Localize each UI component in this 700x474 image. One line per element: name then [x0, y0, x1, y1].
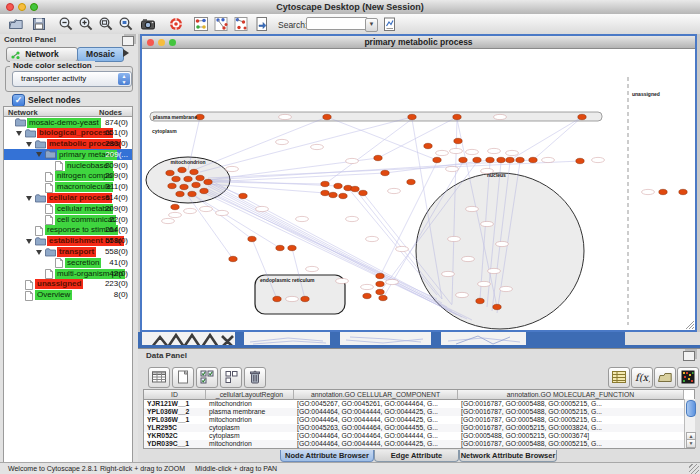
- new-attribute-icon[interactable]: [172, 367, 194, 388]
- tree-row-transport[interactable]: transport558(0): [4, 247, 132, 258]
- table-cell[interactable]: [GO:0016787, GO:0005488, GO:0005215, G..…: [458, 400, 684, 408]
- table-row[interactable]: YJR121W__1mitochondrion[GO:0045267, GO:0…: [144, 400, 694, 408]
- attribute-sheet-icon[interactable]: [148, 367, 170, 388]
- tree-row-establishment-of-lo[interactable]: establishment of lo558(0): [4, 236, 132, 247]
- column-header[interactable]: annotation.GO MOLECULAR_FUNCTION: [458, 390, 684, 400]
- tree-row-cellular-process[interactable]: cellular process614(0): [4, 193, 132, 204]
- zoom-selected-icon[interactable]: [118, 16, 136, 33]
- table-cell[interactable]: YKR052C: [144, 432, 206, 440]
- table-cell[interactable]: [GO:0016787, GO:0005488, GO:0005215, G..…: [458, 440, 684, 448]
- save-session-icon[interactable]: [31, 16, 49, 33]
- table-cell[interactable]: mitochondrion: [206, 440, 294, 448]
- layout-b-icon[interactable]: [233, 16, 251, 33]
- unselect-attributes-icon[interactable]: [220, 367, 242, 388]
- expand-arrow-icon[interactable]: [16, 131, 22, 136]
- expand-arrow-icon[interactable]: [36, 250, 42, 255]
- vizmapper-icon[interactable]: [193, 16, 211, 33]
- network-view-canvas[interactable]: plasma membranecytoplasmmitochondrionnuc…: [142, 49, 695, 330]
- tab-scroll-right-icon[interactable]: [123, 49, 129, 57]
- column-header[interactable]: annotation.GO CELLULAR_COMPONENT: [294, 390, 458, 400]
- filter-doc-icon[interactable]: [382, 16, 400, 33]
- search-input[interactable]: [306, 17, 368, 30]
- tree-item-label[interactable]: biological_process: [37, 128, 113, 138]
- tab-node-attribute-browser[interactable]: Node Attribute Browser: [280, 450, 374, 462]
- tree-item-label[interactable]: cell communicat: [55, 215, 116, 225]
- expand-arrow-icon[interactable]: [36, 152, 42, 157]
- function-builder-icon[interactable]: f(x): [631, 367, 653, 388]
- table-cell[interactable]: [GO:0016787, GO:0005488, GO:0005215, G..…: [458, 416, 684, 424]
- zoom-out-icon[interactable]: [58, 16, 76, 33]
- node-color-dropdown[interactable]: transporter activity ▲▼: [12, 71, 132, 87]
- table-cell[interactable]: [GO:0045263, GO:0044464, GO:0044455, G..…: [294, 424, 458, 432]
- help-icon[interactable]: [168, 16, 186, 33]
- table-cell[interactable]: [GO:0044464, GO:0044444, GO:0044425, G..…: [294, 408, 458, 416]
- network-view-titlebar[interactable]: primary metabolic process: [142, 36, 695, 49]
- tree-row-biological-process[interactable]: biological_process651(0): [4, 128, 132, 139]
- tree-item-label[interactable]: mosaic-demo-yeast: [27, 118, 101, 128]
- network-view-frame[interactable]: primary metabolic process plasma membran…: [140, 34, 697, 332]
- table-cell[interactable]: [GO:0016787, GO:0005488, GO:0005215, G..…: [458, 408, 684, 416]
- network-tree[interactable]: mosaic-demo-yeast874(0)biological_proces…: [3, 117, 133, 474]
- scrollbar-thumb[interactable]: [686, 400, 696, 417]
- table-cell[interactable]: [GO:0044464, GO:0044444, GO:0044425, G..…: [294, 440, 458, 448]
- table-cell[interactable]: mitochondrion: [206, 416, 294, 424]
- tree-item-label[interactable]: transport: [57, 247, 96, 257]
- resize-grip[interactable]: [689, 464, 699, 474]
- tab-edge-attribute-browser[interactable]: Edge Attribute Browser: [374, 450, 459, 462]
- tree-item-label[interactable]: secretion: [65, 258, 101, 268]
- table-cell[interactable]: cytoplasm: [206, 432, 294, 440]
- zoom-fit-icon[interactable]: [98, 16, 116, 33]
- table-cell[interactable]: [GO:0044464, GO:0044464, GO:0044444, G..…: [294, 432, 458, 440]
- table-scrollbar[interactable]: ▲ ▼: [684, 399, 695, 448]
- tree-col-nodes[interactable]: Nodes: [95, 106, 133, 117]
- column-header[interactable]: _cellularLayoutRegion: [206, 390, 294, 400]
- table-cell[interactable]: YDR039C__1: [144, 440, 206, 448]
- matrix-icon[interactable]: [677, 367, 699, 388]
- expand-arrow-icon[interactable]: [26, 142, 32, 147]
- tree-row-nucleobase-[interactable]: nucleobase-209(0): [4, 160, 132, 171]
- tree-item-label[interactable]: Overview: [35, 290, 72, 300]
- tree-row-nitrogen-compo[interactable]: nitrogen compo209(0): [4, 171, 132, 182]
- zoom-in-icon[interactable]: [78, 16, 96, 33]
- tree-col-network[interactable]: Network: [3, 106, 96, 117]
- table-cell[interactable]: [GO:0045267, GO:0045261, GO:0044464, G..…: [294, 400, 458, 408]
- tree-row-response-to-stimulu[interactable]: response to stimulu264(0): [4, 225, 132, 236]
- column-header[interactable]: ID: [144, 390, 206, 400]
- tree-row-cell-communicat[interactable]: cell communicat22(0): [4, 214, 132, 225]
- tree-row-unassigned[interactable]: unassigned223(0): [4, 279, 132, 290]
- table-cell[interactable]: [GO:0016787, GO:0005215, GO:0003824, G..…: [458, 424, 684, 432]
- tab-network-attribute-browser[interactable]: Network Attribute Browser: [459, 450, 557, 462]
- tree-row-secretion[interactable]: secretion41(0): [4, 257, 132, 268]
- table-cell[interactable]: mitochondrion: [206, 400, 294, 408]
- table-cell[interactable]: YPL036W__1: [144, 416, 206, 424]
- table-row[interactable]: YLR295Ccytoplasm[GO:0045263, GO:0044464,…: [144, 424, 694, 432]
- expand-arrow-icon[interactable]: [26, 239, 32, 244]
- import-attributes-icon[interactable]: [654, 367, 676, 388]
- tree-row-macromolecule[interactable]: macromolecule311(0): [4, 182, 132, 193]
- float-data-panel-icon[interactable]: [683, 351, 695, 361]
- attribute-table-icon[interactable]: [608, 367, 630, 388]
- table-cell[interactable]: cytoplasm: [206, 424, 294, 432]
- snapshot-icon[interactable]: [140, 16, 158, 33]
- delete-attribute-icon[interactable]: [244, 367, 266, 388]
- tree-item-label[interactable]: cellular process: [47, 193, 112, 203]
- scroll-down-icon[interactable]: ▼: [686, 439, 696, 448]
- tree-row-mosaic-demo-yeast[interactable]: mosaic-demo-yeast874(0): [4, 117, 132, 128]
- search-dropdown-icon[interactable]: ▼: [365, 18, 378, 32]
- tree-item-label[interactable]: unassigned: [35, 279, 83, 289]
- layout-a-icon[interactable]: [213, 16, 231, 33]
- float-panel-icon[interactable]: [122, 36, 134, 46]
- table-row[interactable]: YKR052Ccytoplasm[GO:0044464, GO:0044464,…: [144, 432, 694, 440]
- table-cell[interactable]: YJR121W__1: [144, 400, 206, 408]
- open-file-icon[interactable]: [8, 16, 26, 33]
- table-row[interactable]: YDR039C__1mitochondrion[GO:0044464, GO:0…: [144, 440, 694, 448]
- expand-arrow-icon[interactable]: [26, 196, 32, 201]
- table-cell[interactable]: [GO:0044464, GO:0044444, GO:0044425, G..…: [294, 416, 458, 424]
- tree-row-cellular-metabo[interactable]: cellular metabo209(0): [4, 203, 132, 214]
- table-cell[interactable]: YLR295C: [144, 424, 206, 432]
- table-cell[interactable]: plasma membrane: [206, 408, 294, 416]
- annotation-icon[interactable]: [254, 16, 272, 33]
- tree-row-multi-organism-pro[interactable]: multi-organism pro42(0): [4, 268, 132, 279]
- table-cell[interactable]: YPL036W__2: [144, 408, 206, 416]
- table-cell[interactable]: [GO:0005488, GO:0005215, GO:0003674]: [458, 432, 684, 440]
